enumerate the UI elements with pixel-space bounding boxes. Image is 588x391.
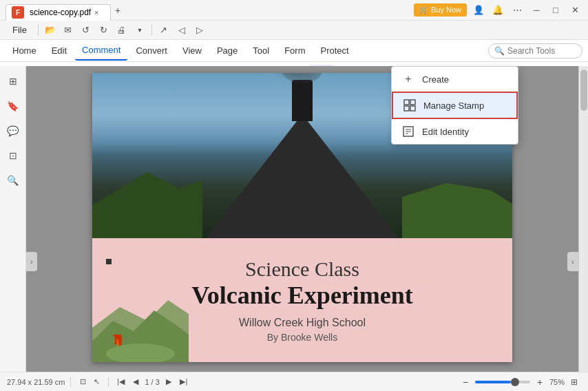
first-page-button[interactable]: |◀ xyxy=(114,376,127,388)
title-bar: F science-copy.pdf × + 🛒 Buy Now 👤 🔔 ⋯ ─… xyxy=(0,0,588,21)
prev-page-button[interactable]: ◀ xyxy=(129,376,142,388)
decoration-dot xyxy=(106,259,112,264)
fit-page-button[interactable]: ⊡ xyxy=(76,376,89,388)
edit-identity-item[interactable]: Edit Identity xyxy=(392,119,518,144)
email-button[interactable]: ✉ xyxy=(61,23,76,38)
svg-rect-5 xyxy=(410,100,415,105)
buy-now-button[interactable]: 🛒 Buy Now xyxy=(414,3,467,17)
separator xyxy=(38,25,39,36)
pdf-author: By Brooke Wells xyxy=(267,332,337,343)
status-bar: 27.94 x 21.59 cm ⊡ ↖ |◀ ◀ 1 / 3 ▶ ▶| − +… xyxy=(0,372,588,391)
menu-view[interactable]: View xyxy=(176,41,209,61)
page-indicator: 1 / 3 xyxy=(145,378,159,386)
next-page-button[interactable]: ▶ xyxy=(162,376,175,388)
terrain-left xyxy=(92,156,202,238)
menu-tool[interactable]: Tool xyxy=(246,41,276,61)
forward-button[interactable]: ▷ xyxy=(192,23,207,38)
notification-icon[interactable]: 🔔 xyxy=(490,3,505,18)
right-scrollbar[interactable] xyxy=(578,66,588,372)
scroll-thumb[interactable] xyxy=(580,70,587,111)
zoom-level-text: 75% xyxy=(549,378,565,386)
search-icon: 🔍 xyxy=(7,175,19,186)
last-page-button[interactable]: ▶| xyxy=(178,376,190,388)
sidebar-bookmark-button[interactable]: 🔖 xyxy=(3,96,23,116)
manage-stamp-label: Manage Stamp xyxy=(423,101,484,111)
back-button[interactable]: ◁ xyxy=(174,23,189,38)
search-box[interactable]: 🔍 xyxy=(488,43,582,59)
close-tab-button[interactable]: × xyxy=(91,7,102,18)
menu-form[interactable]: Form xyxy=(277,41,312,61)
print-button[interactable]: 🖨 xyxy=(114,23,129,38)
create-stamp-item[interactable]: + Create xyxy=(392,67,518,92)
svg-rect-6 xyxy=(404,106,409,111)
zoom-slider[interactable] xyxy=(475,381,530,383)
app-icon: F xyxy=(12,6,24,19)
menu-bar: Home Edit Comment Convert View Page Tool… xyxy=(0,40,588,62)
panels-icon: ⊞ xyxy=(9,76,17,87)
redo-button[interactable]: ↻ xyxy=(96,23,112,38)
menu-convert[interactable]: Convert xyxy=(129,41,174,61)
edit-identity-icon xyxy=(401,125,415,138)
file-menu[interactable]: File xyxy=(6,21,34,40)
svg-rect-4 xyxy=(404,100,409,105)
zoom-out-button[interactable]: − xyxy=(459,375,472,389)
search-icon: 🔍 xyxy=(494,46,505,56)
pdf-content-section: Science Class Volcanic Experiment Willow… xyxy=(92,238,512,362)
menu-protect[interactable]: Protect xyxy=(314,41,356,61)
create-icon: + xyxy=(401,72,415,86)
fit-width-button[interactable]: ⊞ xyxy=(567,375,581,389)
left-collapse-button[interactable]: › xyxy=(26,252,37,271)
sidebar-pages-button[interactable]: ⊡ xyxy=(3,146,23,165)
window-close-button[interactable]: ✕ xyxy=(567,3,582,18)
stamp-dropdown-menu: + Create Manage Stamp Edit Identity xyxy=(391,66,518,145)
top-controls-bar: File 📂 ✉ ↺ ↻ 🖨 ▼ ↗ ◁ ▷ xyxy=(0,21,588,40)
filename: science-copy.pdf xyxy=(30,8,91,17)
user-icon[interactable]: 👤 xyxy=(471,3,486,18)
menu-home[interactable]: Home xyxy=(6,41,43,61)
pdf-title-light: Science Class xyxy=(245,257,359,281)
pdf-title-bold: Volcanic Experiment xyxy=(191,281,413,310)
zoom-slider-thumb[interactable] xyxy=(511,378,519,386)
menu-comment[interactable]: Comment xyxy=(75,41,127,61)
terrain-right xyxy=(402,169,512,238)
external-link-button[interactable]: ↗ xyxy=(156,23,171,38)
edit-identity-label: Edit Identity xyxy=(422,127,469,137)
create-label: Create xyxy=(422,74,449,85)
left-sidebar: ⊞ 🔖 💬 ⊡ 🔍 xyxy=(0,66,26,372)
manage-stamp-icon xyxy=(403,98,417,112)
separator xyxy=(151,25,152,36)
comment-icon: 💬 xyxy=(7,125,19,136)
volcano-top xyxy=(292,80,313,121)
volcano-corner-decoration xyxy=(92,273,189,362)
dimensions-text: 27.94 x 21.59 cm xyxy=(7,378,65,386)
separator xyxy=(108,377,109,387)
sidebar-search-button[interactable]: 🔍 xyxy=(3,171,23,190)
sidebar-comment-button[interactable]: 💬 xyxy=(3,121,23,140)
zoom-controls: − + 75% ⊞ xyxy=(459,375,581,389)
svg-rect-7 xyxy=(410,106,415,111)
nav-controls: ⊡ ↖ xyxy=(76,376,103,388)
menu-edit[interactable]: Edit xyxy=(45,41,74,61)
new-tab-button[interactable]: + xyxy=(111,3,125,17)
zoom-in-button[interactable]: + xyxy=(533,375,547,389)
maximize-button[interactable]: □ xyxy=(548,3,563,18)
current-page: 1 xyxy=(145,378,149,386)
volcano-shape xyxy=(206,114,399,238)
search-input[interactable] xyxy=(507,46,576,56)
pages-icon: ⊡ xyxy=(9,150,17,161)
more-options-icon[interactable]: ⋯ xyxy=(510,3,525,18)
active-tab[interactable]: F science-copy.pdf × xyxy=(6,4,111,21)
cursor-button[interactable]: ↖ xyxy=(90,376,103,388)
dropdown-arrow[interactable]: ▼ xyxy=(132,23,147,38)
total-pages: 3 xyxy=(156,378,160,386)
zoom-slider-fill xyxy=(475,381,511,383)
minimize-button[interactable]: ─ xyxy=(529,3,544,18)
sidebar-panels-button[interactable]: ⊞ xyxy=(3,72,23,91)
separator xyxy=(70,377,71,387)
right-collapse-button[interactable]: ‹ xyxy=(567,252,578,271)
undo-button[interactable]: ↺ xyxy=(78,23,94,38)
bookmark-icon: 🔖 xyxy=(7,101,19,112)
menu-page[interactable]: Page xyxy=(210,41,244,61)
manage-stamp-item[interactable]: Manage Stamp xyxy=(392,92,518,119)
open-button[interactable]: 📂 xyxy=(43,23,58,38)
